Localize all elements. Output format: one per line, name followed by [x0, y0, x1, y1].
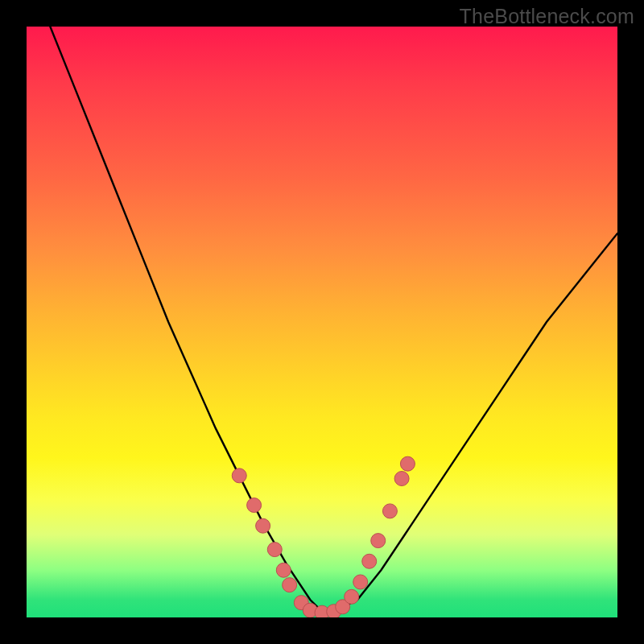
data-marker — [382, 504, 397, 518]
data-marker — [232, 469, 246, 483]
data-marker — [283, 578, 297, 592]
bottleneck-curve — [50, 27, 617, 612]
data-marker — [345, 589, 359, 604]
data-markers — [232, 456, 415, 617]
watermark-text: TheBottleneck.com — [460, 5, 634, 28]
data-marker — [353, 575, 368, 589]
plot-area — [27, 27, 617, 617]
data-marker — [371, 534, 386, 548]
data-marker — [256, 518, 270, 533]
data-marker — [362, 554, 377, 568]
data-marker — [247, 498, 262, 513]
data-marker — [276, 563, 291, 577]
data-marker — [394, 472, 409, 486]
data-marker — [267, 543, 282, 557]
chart-svg — [27, 27, 617, 617]
chart-frame: TheBottleneck.com — [0, 0, 644, 644]
data-marker — [400, 456, 415, 471]
